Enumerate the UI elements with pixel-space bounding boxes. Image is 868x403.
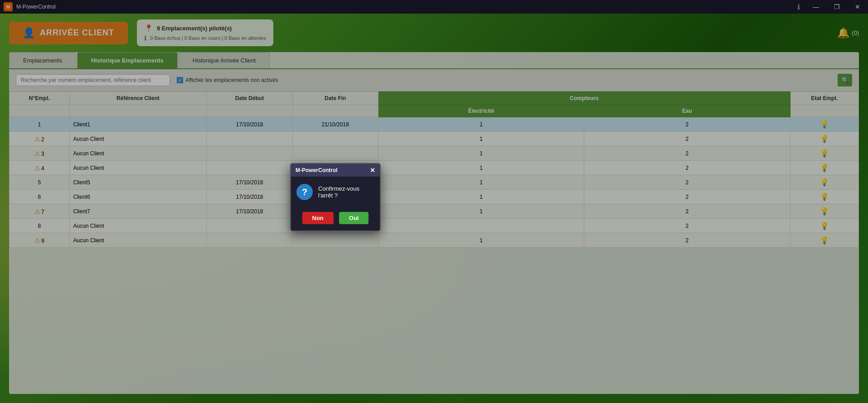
- dialog-titlebar: M-PowerControl ✕: [291, 164, 380, 177]
- dialog-overlay: M-PowerControl ✕ ? Confirmez-vous l'arrê…: [0, 0, 868, 403]
- dialog-title: M-PowerControl: [296, 167, 338, 173]
- dialog-message: Confirmez-vous l'arrêt ?: [318, 185, 374, 199]
- question-icon: ?: [296, 184, 313, 200]
- confirm-dialog: M-PowerControl ✕ ? Confirmez-vous l'arrê…: [290, 163, 381, 231]
- dialog-close-button[interactable]: ✕: [370, 167, 375, 174]
- oui-button[interactable]: Oui: [339, 212, 369, 224]
- dialog-buttons: Non Oui: [291, 207, 380, 230]
- non-button[interactable]: Non: [302, 212, 334, 224]
- dialog-body: ? Confirmez-vous l'arrêt ?: [291, 177, 380, 207]
